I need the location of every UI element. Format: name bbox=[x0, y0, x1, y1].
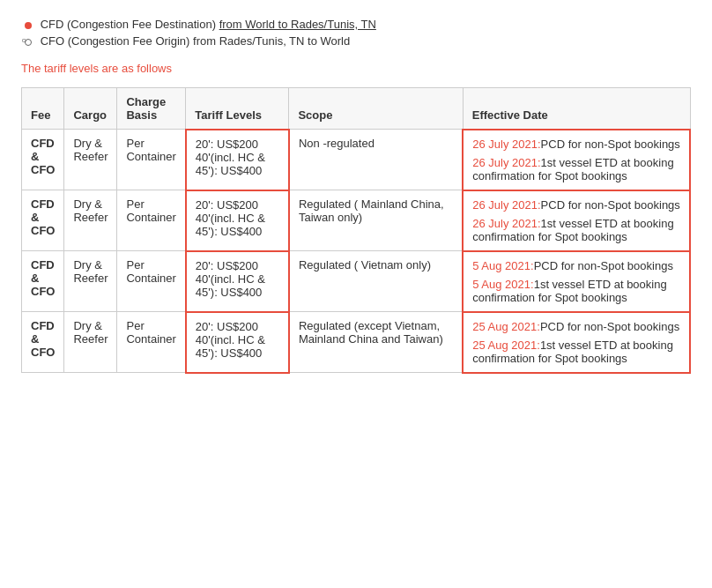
table-header-row: Fee Cargo ChargeBasis Tariff Levels Scop… bbox=[22, 88, 691, 130]
cell-fee: CFD&CFO bbox=[22, 190, 64, 251]
table-row: CFD&CFODry &ReeferPerContainer20': US$20… bbox=[22, 190, 691, 251]
header-fee: Fee bbox=[22, 88, 64, 130]
date-block: 25 Aug 2021:1st vessel ETD at booking co… bbox=[472, 339, 680, 365]
table-row: CFD&CFODry &ReeferPerContainer20': US$20… bbox=[22, 312, 691, 373]
date-desc: PCD for non-Spot bookings bbox=[534, 259, 673, 272]
date-block: 5 Aug 2021:PCD for non-Spot bookings bbox=[472, 259, 680, 272]
cell-effective-date: 26 July 2021:PCD for non-Spot bookings26… bbox=[463, 190, 690, 251]
date-block: 25 Aug 2021:PCD for non-Spot bookings bbox=[472, 320, 680, 333]
tariff-intro-text: The tariff levels are as follows bbox=[21, 62, 691, 75]
cell-cargo: Dry &Reefer bbox=[64, 251, 117, 312]
cell-fee: CFD&CFO bbox=[22, 130, 64, 190]
date-desc: PCD for non-Spot bookings bbox=[541, 138, 680, 151]
cell-tariff-levels: 20': US$20040'(incl. HC & 45'): US$400 bbox=[186, 251, 289, 312]
cell-fee: CFD&CFO bbox=[22, 251, 64, 312]
date-text: 26 July 2021: bbox=[472, 156, 540, 169]
cfd-text-before: CFD (Congestion Fee Destination) bbox=[41, 18, 219, 31]
date-text: 26 July 2021: bbox=[472, 138, 540, 151]
date-desc: PCD for non-Spot bookings bbox=[541, 198, 680, 212]
date-block: 26 July 2021:1st vessel ETD at booking c… bbox=[472, 156, 680, 182]
header-effective-date: Effective Date bbox=[463, 88, 690, 130]
cell-charge-basis: PerContainer bbox=[117, 130, 186, 190]
date-text: 5 Aug 2021: bbox=[472, 259, 533, 272]
header-tariff-levels: Tariff Levels bbox=[186, 88, 289, 130]
cell-charge-basis: PerContainer bbox=[117, 190, 186, 251]
date-text: 5 Aug 2021: bbox=[472, 278, 533, 291]
cell-cargo: Dry &Reefer bbox=[64, 190, 117, 251]
date-text: 26 July 2021: bbox=[472, 198, 540, 212]
date-block: 26 July 2021:PCD for non-Spot bookings bbox=[472, 138, 680, 151]
cell-tariff-levels: 20': US$20040'(incl. HC & 45'): US$400 bbox=[186, 190, 289, 251]
date-block: 5 Aug 2021:1st vessel ETD at booking con… bbox=[472, 278, 680, 304]
tariff-table: Fee Cargo ChargeBasis Tariff Levels Scop… bbox=[21, 87, 691, 374]
cfd-link: from World to Rades/Tunis, TN bbox=[219, 18, 376, 31]
date-desc: PCD for non-Spot bookings bbox=[540, 320, 679, 333]
cell-effective-date: 25 Aug 2021:PCD for non-Spot bookings25 … bbox=[463, 312, 690, 373]
cell-tariff-levels: 20': US$20040'(incl. HC & 45'): US$400 bbox=[186, 130, 289, 190]
date-text: 26 July 2021: bbox=[472, 217, 540, 230]
cell-cargo: Dry &Reefer bbox=[64, 130, 117, 190]
header-cargo: Cargo bbox=[64, 88, 117, 130]
date-block: 26 July 2021:1st vessel ETD at booking c… bbox=[472, 217, 680, 243]
date-text: 25 Aug 2021: bbox=[472, 339, 540, 352]
cell-charge-basis: PerContainer bbox=[117, 251, 186, 312]
cell-scope: Non -regulated bbox=[289, 130, 463, 190]
intro-item-cfo: CFO (Congestion Fee Origin) from Rades/T… bbox=[21, 34, 691, 48]
cell-effective-date: 26 July 2021:PCD for non-Spot bookings26… bbox=[463, 130, 690, 190]
table-row: CFD&CFODry &ReeferPerContainer20': US$20… bbox=[22, 130, 691, 190]
table-row: CFD&CFODry &ReeferPerContainer20': US$20… bbox=[22, 251, 691, 312]
header-charge-basis: ChargeBasis bbox=[117, 88, 186, 130]
date-text: 25 Aug 2021: bbox=[472, 320, 540, 333]
header-scope: Scope bbox=[289, 88, 463, 130]
intro-item-cfd: CFD (Congestion Fee Destination) from Wo… bbox=[21, 18, 691, 31]
cell-tariff-levels: 20': US$20040'(incl. HC & 45'): US$400 bbox=[186, 312, 289, 373]
date-block: 26 July 2021:PCD for non-Spot bookings bbox=[472, 198, 680, 212]
intro-list: CFD (Congestion Fee Destination) from Wo… bbox=[21, 18, 691, 48]
cell-scope: Regulated ( Mainland China, Taiwan only) bbox=[289, 190, 463, 251]
bullet-filled bbox=[25, 22, 32, 29]
cell-scope: Regulated ( Vietnam only) bbox=[289, 251, 463, 312]
cfo-text: CFO (Congestion Fee Origin) from Rades/T… bbox=[41, 34, 351, 48]
cell-scope: Regulated (except Vietnam, Mainland Chin… bbox=[289, 312, 463, 373]
cell-fee: CFD&CFO bbox=[22, 312, 64, 373]
cell-charge-basis: PerContainer bbox=[117, 312, 186, 373]
cell-cargo: Dry &Reefer bbox=[64, 312, 117, 373]
bullet-outline bbox=[25, 39, 32, 46]
cell-effective-date: 5 Aug 2021:PCD for non-Spot bookings5 Au… bbox=[463, 251, 690, 312]
